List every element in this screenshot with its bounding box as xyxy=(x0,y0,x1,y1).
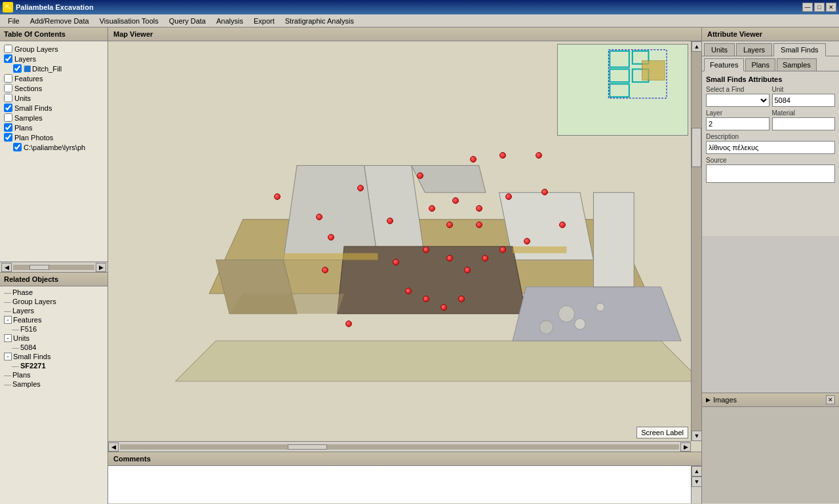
hscroll-thumb[interactable] xyxy=(288,444,327,450)
map-area[interactable]: ▲ ▼ ◀ ▶ Screen Label xyxy=(108,41,701,452)
tree-item-small-finds-rel[interactable]: - Small Finds xyxy=(1,352,106,361)
minimize-button[interactable]: — xyxy=(802,3,813,12)
vscroll-down[interactable]: ▼ xyxy=(692,431,701,441)
images-expand-icon[interactable]: ▶ xyxy=(706,397,711,403)
maximize-button[interactable]: □ xyxy=(814,3,825,12)
toc-label-plans: Plans xyxy=(14,124,33,132)
menu-file[interactable]: File xyxy=(3,16,25,26)
toc-item-units[interactable]: Units xyxy=(1,93,106,103)
toc-check-plan-photos[interactable] xyxy=(4,133,12,142)
toc-check-plans[interactable] xyxy=(4,123,12,132)
menu-query[interactable]: Query Data xyxy=(164,16,211,26)
tree-label-layers-rel: Layers xyxy=(12,307,34,315)
toc-check-layers[interactable] xyxy=(4,54,12,63)
toc-check-units[interactable] xyxy=(4,94,12,102)
menu-add-remove[interactable]: Add/Remove Data xyxy=(25,16,94,26)
subtab-features[interactable]: Features xyxy=(704,58,744,71)
toc-check-features[interactable] xyxy=(4,74,12,83)
toc-check-group-layers[interactable] xyxy=(4,45,12,53)
expand-units[interactable]: - xyxy=(4,334,12,342)
tab-units[interactable]: Units xyxy=(704,43,735,56)
comments-content[interactable]: ▲ ▼ xyxy=(108,466,701,503)
expand-features[interactable]: - xyxy=(4,316,12,324)
svg-rect-24 xyxy=(642,61,665,81)
toc-item-ditch-fill[interactable]: 🟦 Ditch_Fill xyxy=(1,64,106,73)
marker-15 xyxy=(423,246,429,253)
tree-item-features-rel[interactable]: - Features xyxy=(1,315,106,324)
menu-strat[interactable]: Stratigraphic Analysis xyxy=(280,16,359,26)
attr-field-unit: Unit xyxy=(772,86,836,107)
toc-icon-ditch: 🟦 xyxy=(24,66,31,72)
marker-22 xyxy=(423,296,429,302)
toc-label-units: Units xyxy=(14,94,31,102)
attr-header: Attribute Viewer xyxy=(702,28,839,41)
toc-item-features[interactable]: Features xyxy=(1,73,106,83)
attr-source-box[interactable] xyxy=(706,165,835,183)
images-close-button[interactable]: ✕ xyxy=(826,395,835,404)
marker-6 xyxy=(536,152,542,159)
subtab-samples[interactable]: Samples xyxy=(777,58,817,71)
scroll-left-btn[interactable]: ◀ xyxy=(1,263,12,272)
toc-header: Table Of Contents xyxy=(0,28,107,41)
map-header: Map Viewer xyxy=(108,28,701,41)
map-hscroll: ◀ ▶ xyxy=(108,441,691,452)
toc-item-small-finds[interactable]: Small Finds xyxy=(1,103,106,113)
tree-item-samples-rel: — Samples xyxy=(1,379,106,389)
close-button[interactable]: ✕ xyxy=(826,3,836,12)
attr-content: Small Finds Attributes Select a Find Uni… xyxy=(702,71,839,236)
scroll-right-btn[interactable]: ▶ xyxy=(96,263,106,272)
vscroll-up[interactable]: ▲ xyxy=(692,41,701,52)
tab-small-finds[interactable]: Small Finds xyxy=(773,43,825,56)
images-title: Images xyxy=(713,396,737,404)
marker-18 xyxy=(482,255,488,262)
svg-rect-12 xyxy=(513,246,566,253)
attr-input-material[interactable] xyxy=(772,117,836,130)
toc-item-layers[interactable]: Layers xyxy=(1,54,106,64)
toc-check-path[interactable] xyxy=(13,143,22,151)
attr-input-unit[interactable] xyxy=(772,94,836,107)
tree-item-sf2271: — SF2271 xyxy=(1,361,106,370)
left-panel: Table Of Contents Group Layers Layers 🟦 … xyxy=(0,28,108,504)
attr-label-find: Select a Find xyxy=(706,86,770,93)
toc-item-path[interactable]: C:\paliambe\lyrs\ph xyxy=(1,142,106,152)
toc-item-sections[interactable]: Sections xyxy=(1,83,106,93)
toc-label-samples: Samples xyxy=(14,114,43,122)
comments-textarea[interactable] xyxy=(108,466,691,503)
attr-input-layer[interactable] xyxy=(706,117,770,130)
attr-input-description[interactable] xyxy=(706,141,835,154)
toc-label-sections: Sections xyxy=(14,85,42,92)
tab-layers[interactable]: Layers xyxy=(736,43,772,56)
menu-export[interactable]: Export xyxy=(248,16,280,26)
tree-item-layers-rel: — Layers xyxy=(1,306,106,315)
scroll-thumb[interactable] xyxy=(29,265,49,270)
toc-label-plan-photos: Plan Photos xyxy=(14,134,53,142)
images-panel: ▶ Images ✕ xyxy=(702,393,839,504)
toc-check-samples[interactable] xyxy=(4,113,12,122)
toc-item-plans[interactable]: Plans xyxy=(1,123,106,132)
subtab-plans[interactable]: Plans xyxy=(745,58,775,71)
hscroll-right[interactable]: ▶ xyxy=(680,442,691,452)
toc-item-group-layers[interactable]: Group Layers xyxy=(1,44,106,54)
comments-vscroll-down[interactable]: ▼ xyxy=(692,476,702,487)
hscroll-left[interactable]: ◀ xyxy=(108,442,119,452)
scroll-track xyxy=(13,265,94,270)
attr-field-find: Select a Find xyxy=(706,86,770,107)
toc-item-plan-photos[interactable]: Plan Photos xyxy=(1,132,106,142)
attr-label-layer: Layer xyxy=(706,109,770,117)
svg-marker-9 xyxy=(513,287,681,341)
toc-check-ditch-fill[interactable] xyxy=(13,64,22,73)
toc-item-samples[interactable]: Samples xyxy=(1,113,106,123)
toc-check-small-finds[interactable] xyxy=(4,104,12,112)
toc-check-sections[interactable] xyxy=(4,84,12,92)
svg-marker-13 xyxy=(229,294,344,314)
tree-item-units-rel[interactable]: - Units xyxy=(1,334,106,343)
comments-vscroll-up[interactable]: ▲ xyxy=(692,466,702,476)
svg-point-17 xyxy=(596,303,604,311)
menu-visualisation[interactable]: Visualisation Tools xyxy=(94,16,164,26)
expand-small-finds[interactable]: - xyxy=(4,353,12,360)
attr-field-source: Source xyxy=(706,157,835,183)
menu-analysis[interactable]: Analysis xyxy=(211,16,248,26)
vscroll-thumb[interactable] xyxy=(692,128,701,167)
attr-select-find[interactable] xyxy=(706,94,770,107)
marker-3 xyxy=(417,172,423,179)
